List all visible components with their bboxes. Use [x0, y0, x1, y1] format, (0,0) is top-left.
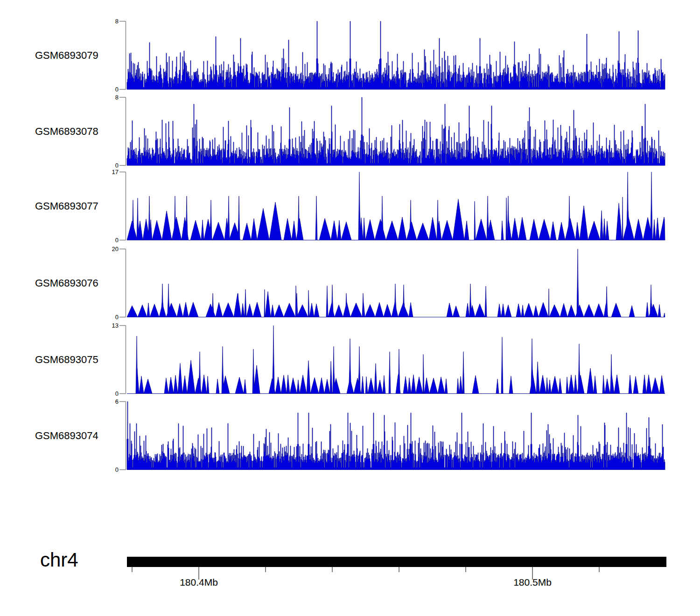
- ideogram-bar: [127, 557, 666, 567]
- chromosome-label: chr4: [40, 550, 78, 570]
- coordinate-label: 180.4Mb: [166, 577, 231, 588]
- y-axis-zero-label: 0: [97, 314, 119, 321]
- chromosome-ruler: chr4 180.4Mb 180.5Mb: [0, 550, 700, 601]
- coverage-signal-plot: [118, 325, 666, 394]
- coverage-signal-plot: [118, 97, 666, 166]
- track-label: GSM6893079: [35, 49, 98, 62]
- coverage-track: GSM6893075 13 0: [0, 325, 700, 394]
- track-label: GSM6893077: [35, 200, 98, 212]
- track-label: GSM6893078: [35, 126, 98, 138]
- coverage-track: GSM6893077 17 0: [0, 171, 700, 241]
- track-label: GSM6893074: [35, 430, 98, 442]
- coverage-signal-plot: [118, 401, 666, 470]
- y-axis-max-label: 13: [97, 322, 119, 329]
- coverage-signal-plot: [118, 248, 666, 318]
- coverage-track: GSM6893078 8 0: [0, 97, 700, 166]
- y-axis-max-label: 17: [97, 168, 119, 175]
- coordinate-label: 180.5Mb: [500, 577, 565, 588]
- coverage-track: GSM6893079 8 0: [0, 21, 700, 90]
- coverage-signal-plot: [118, 21, 666, 90]
- y-axis-max-label: 6: [97, 398, 119, 405]
- track-label: GSM6893076: [35, 277, 98, 289]
- y-axis-zero-label: 0: [97, 237, 119, 244]
- y-axis-zero-label: 0: [97, 390, 119, 397]
- coverage-track: GSM6893074 6 0: [0, 401, 700, 470]
- coverage-track: GSM6893076 20 0: [0, 248, 700, 318]
- y-axis-max-label: 8: [97, 18, 119, 25]
- y-axis-zero-label: 0: [97, 162, 119, 169]
- y-axis-max-label: 20: [97, 245, 119, 252]
- coverage-signal-plot: [118, 171, 666, 241]
- track-label: GSM6893075: [35, 354, 98, 366]
- y-axis-zero-label: 0: [97, 86, 119, 93]
- y-axis-zero-label: 0: [97, 466, 119, 473]
- genome-browser-figure: GSM6893079 8 0 GSM6893078 8 0 GSM6893077…: [0, 0, 700, 616]
- y-axis-max-label: 8: [97, 94, 119, 101]
